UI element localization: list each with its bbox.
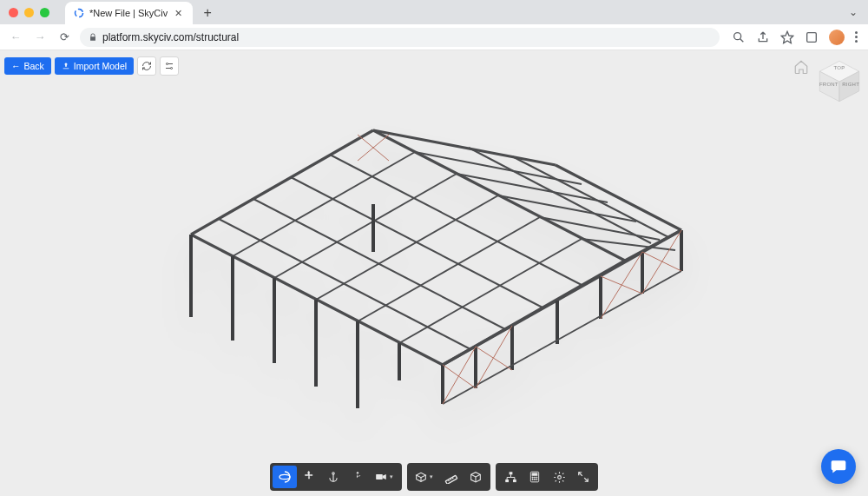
svg-point-80 — [534, 477, 535, 478]
svg-point-0 — [76, 10, 83, 17]
svg-line-33 — [512, 156, 668, 237]
viewcube-front: FRONT — [819, 82, 838, 87]
model-canvas[interactable]: .st { stroke:#4b4c4e; stroke-width:3.2; … — [156, 122, 694, 443]
extensions-icon[interactable] — [805, 30, 819, 44]
camera-tool-button[interactable]: ▾ — [370, 466, 399, 488]
svg-marker-65 — [383, 474, 386, 479]
pan-tool-button[interactable] — [297, 466, 321, 488]
nav-reload-button[interactable]: ⟳ — [56, 29, 73, 46]
svg-point-83 — [534, 479, 535, 479]
search-icon[interactable] — [732, 30, 746, 44]
window-controls — [9, 8, 49, 17]
back-button[interactable]: ← Back — [4, 57, 51, 75]
svg-point-63 — [357, 472, 358, 473]
orbit-tool-button[interactable] — [273, 466, 297, 488]
svg-point-85 — [557, 475, 561, 479]
import-button-label: Import Model — [74, 61, 127, 71]
arrow-left-icon: ← — [11, 61, 21, 71]
svg-point-1 — [734, 32, 741, 39]
svg-line-51 — [476, 347, 512, 370]
svg-line-69 — [448, 480, 449, 481]
svg-line-12 — [556, 165, 681, 230]
chat-support-button[interactable] — [821, 449, 856, 484]
tab-title: *New File | SkyCiv — [89, 8, 168, 18]
analysis-toolbar — [496, 463, 598, 491]
app-viewport[interactable]: ← Back Import Model TOP FRONT — [0, 50, 868, 496]
viewcube-top: TOP — [816, 66, 863, 70]
window-close-button[interactable] — [9, 8, 18, 17]
tabs-overflow-button[interactable]: ⌄ — [849, 6, 858, 18]
svg-line-30 — [540, 217, 660, 240]
svg-rect-76 — [513, 479, 516, 482]
svg-line-70 — [450, 479, 451, 479]
chevron-down-icon: ▾ — [430, 473, 433, 480]
browser-tab-strip: *New File | SkyCiv ✕ + ⌄ — [0, 0, 868, 24]
home-icon[interactable] — [793, 59, 809, 75]
svg-line-49 — [443, 365, 476, 388]
svg-line-16 — [191, 130, 373, 235]
import-icon — [62, 62, 70, 70]
new-tab-button[interactable]: + — [198, 3, 217, 23]
hierarchy-button[interactable] — [498, 466, 523, 488]
tab-close-button[interactable]: ✕ — [173, 8, 184, 19]
settings-button[interactable] — [547, 466, 571, 488]
lock-icon — [89, 33, 97, 42]
svg-line-87 — [584, 478, 588, 481]
svg-line-2 — [740, 38, 744, 42]
svg-line-32 — [469, 148, 651, 243]
favicon-icon — [74, 8, 84, 18]
window-maximize-button[interactable] — [40, 8, 49, 17]
walk-tool-button[interactable] — [345, 466, 370, 488]
svg-rect-74 — [509, 472, 512, 474]
view-cube[interactable]: TOP FRONT RIGHT — [816, 57, 863, 104]
svg-line-28 — [457, 174, 608, 202]
svg-rect-64 — [376, 474, 383, 479]
svg-point-5 — [167, 63, 168, 65]
tabs: *New File | SkyCiv ✕ + — [65, 0, 217, 24]
svg-point-84 — [536, 479, 537, 479]
url-text: platform.skyciv.com/structural — [102, 31, 239, 43]
svg-rect-4 — [807, 32, 817, 42]
svg-marker-3 — [781, 31, 792, 43]
browser-tab[interactable]: *New File | SkyCiv ✕ — [65, 2, 193, 24]
top-left-controls: ← Back Import Model — [4, 56, 179, 76]
bookmark-icon[interactable] — [780, 30, 794, 44]
svg-point-79 — [532, 477, 533, 478]
settings-small-button[interactable] — [160, 56, 179, 76]
nav-back-button[interactable]: ← — [7, 29, 24, 46]
window-minimize-button[interactable] — [24, 8, 34, 17]
svg-point-81 — [536, 477, 537, 478]
measure-tool-button[interactable] — [439, 466, 464, 488]
browser-url-bar: ← → ⟳ platform.skyciv.com/structural — [0, 24, 868, 50]
extrude-tool-button[interactable]: ▾ — [410, 466, 439, 488]
import-model-button[interactable]: Import Model — [55, 57, 134, 75]
nav-forward-button[interactable]: → — [31, 29, 49, 46]
svg-point-82 — [532, 479, 533, 479]
browser-menu-button[interactable] — [855, 31, 858, 43]
model-toolbar: ▾ — [407, 463, 490, 491]
browser-action-icons — [732, 30, 858, 45]
url-input[interactable]: platform.skyciv.com/structural — [80, 28, 720, 47]
chevron-down-icon: ▾ — [390, 473, 393, 480]
calculator-button[interactable] — [523, 466, 547, 488]
view-toolbar: ▾ — [270, 463, 402, 491]
svg-marker-66 — [417, 473, 426, 477]
viewcube-right: RIGHT — [842, 82, 859, 87]
profile-avatar[interactable] — [829, 30, 845, 45]
svg-point-61 — [332, 473, 334, 474]
svg-point-6 — [171, 68, 173, 69]
svg-rect-78 — [532, 473, 537, 475]
svg-point-60 — [279, 474, 290, 479]
share-icon[interactable] — [756, 30, 770, 44]
svg-line-71 — [452, 478, 453, 479]
box-tool-button[interactable] — [464, 466, 488, 488]
fullscreen-button[interactable] — [571, 466, 595, 488]
refresh-view-button[interactable] — [137, 56, 156, 76]
back-button-label: Back — [24, 61, 44, 71]
svg-line-86 — [579, 473, 582, 476]
bottom-toolbars: ▾ ▾ — [270, 463, 598, 491]
svg-rect-75 — [505, 479, 509, 482]
anchor-tool-button[interactable] — [321, 466, 345, 488]
